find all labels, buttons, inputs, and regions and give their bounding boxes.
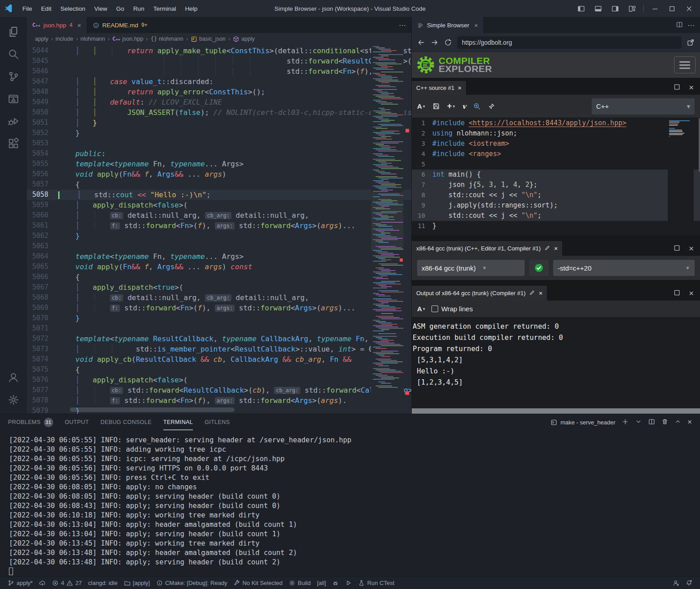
- maximize-pane-icon[interactable]: [673, 244, 681, 253]
- code-editor[interactable]: 5044 │ │ │ return apply_make_tuple<Const…: [27, 45, 411, 414]
- status-apply[interactable]: [apply]: [121, 576, 153, 589]
- reload-icon[interactable]: [444, 38, 452, 47]
- close-icon[interactable]: ×: [474, 21, 478, 29]
- status-all[interactable]: [all]: [314, 576, 329, 589]
- breadcrumb-nlohmann[interactable]: nlohmann: [81, 36, 105, 42]
- horizontal-scrollbar[interactable]: [70, 407, 235, 412]
- ce-compiler-tab[interactable]: x86-64 gcc (trunk) (C++, Editor #1, Comp…: [412, 241, 562, 256]
- breadcrumb[interactable]: apply›include›nlohmann›C++json.hpp›{}nlo…: [27, 33, 411, 45]
- status-cmake-debug-ready[interactable]: CMake: [Debug]: Ready: [153, 576, 230, 589]
- forward-icon[interactable]: [431, 38, 439, 47]
- panel-tab-gitlens[interactable]: GITLENS: [205, 414, 230, 430]
- activity-account-icon[interactable]: [3, 366, 24, 389]
- breadcrumb-apply[interactable]: apply: [35, 36, 48, 42]
- close-pane-icon[interactable]: ×: [689, 244, 694, 253]
- more-actions-icon[interactable]: ⋯: [687, 21, 695, 30]
- pin-icon[interactable]: [488, 103, 495, 110]
- tab-simple-browser[interactable]: Simple Browser ×: [412, 17, 484, 33]
- status-apply[interactable]: apply*: [4, 576, 36, 589]
- ce-logo[interactable]: COMPILER EXPLORER: [416, 55, 492, 74]
- edit-title-icon[interactable]: [529, 289, 535, 297]
- tab-json.hpp[interactable]: C++ json.hpp 4×: [27, 17, 87, 33]
- add-pane-button[interactable]: +▾: [447, 102, 455, 111]
- panel-tab-terminal[interactable]: TERMINAL: [163, 414, 193, 430]
- menu-help[interactable]: Help: [180, 4, 202, 14]
- layout-customize-icon[interactable]: [624, 2, 640, 15]
- breadcrumb-basic_json[interactable]: basic_json: [191, 36, 226, 42]
- activity-search-icon[interactable]: [3, 43, 24, 65]
- maximize-panel-icon[interactable]: [674, 418, 681, 426]
- vim-mode-icon[interactable]: v: [462, 102, 466, 110]
- maximize-pane-icon[interactable]: [673, 289, 681, 298]
- panel-tab-debug-console[interactable]: DEBUG CONSOLE: [101, 414, 152, 430]
- menu-run[interactable]: Run: [129, 4, 149, 14]
- hamburger-menu-icon[interactable]: [674, 56, 696, 73]
- breadcrumb-apply[interactable]: apply: [233, 36, 255, 42]
- maximize-icon[interactable]: [664, 2, 679, 15]
- language-select[interactable]: C++ ▾: [592, 98, 695, 114]
- activity-settings-gear-icon[interactable]: [3, 389, 24, 411]
- menu-go[interactable]: Go: [112, 4, 129, 14]
- editor-more-actions-icon[interactable]: ⋯: [399, 21, 406, 30]
- minimize-icon[interactable]: [647, 2, 662, 15]
- breadcrumb-include[interactable]: include: [55, 36, 73, 42]
- edit-title-icon[interactable]: [544, 245, 551, 252]
- split-editor-icon[interactable]: [676, 21, 683, 30]
- close-icon[interactable]: ×: [554, 245, 558, 252]
- menu-view[interactable]: View: [90, 4, 112, 14]
- open-external-icon[interactable]: [687, 38, 695, 47]
- layout-sidebar-left-icon[interactable]: [573, 2, 589, 15]
- split-terminal-icon[interactable]: [648, 418, 655, 427]
- terminal-select[interactable]: make - serve_header: [551, 419, 615, 426]
- tab-README.md[interactable]: README.md 9+: [87, 17, 154, 33]
- menu-edit[interactable]: Edit: [37, 4, 56, 14]
- layout-sidebar-right-icon[interactable]: [607, 2, 623, 15]
- status-clangd-idle[interactable]: clangd: idle: [85, 576, 121, 589]
- compiler-select[interactable]: x86-64 gcc (trunk) ▼: [417, 260, 525, 276]
- close-icon[interactable]: ×: [539, 290, 542, 297]
- close-icon[interactable]: ×: [458, 85, 461, 91]
- activity-extensions-icon[interactable]: [3, 132, 24, 155]
- layout-panel-icon[interactable]: [590, 2, 606, 15]
- close-icon[interactable]: ×: [77, 21, 81, 29]
- compiler-options-input[interactable]: -std=c++20 ▼: [553, 260, 695, 276]
- menu-file[interactable]: File: [18, 4, 37, 14]
- save-icon[interactable]: [432, 102, 440, 110]
- status-feedback[interactable]: [670, 580, 683, 586]
- menu-terminal[interactable]: Terminal: [149, 4, 180, 14]
- font-size-button[interactable]: A▾: [417, 305, 425, 313]
- status-run-ctest[interactable]: Run CTest: [355, 576, 397, 589]
- panel-tab-problems[interactable]: PROBLEMS31: [8, 414, 53, 430]
- ce-output-tab[interactable]: Output of x86-64 gcc (trunk) (Compiler #…: [412, 286, 547, 301]
- close-icon[interactable]: [681, 2, 696, 15]
- status-bug[interactable]: [329, 576, 342, 589]
- breadcrumb-json.hpp[interactable]: C++json.hpp: [112, 36, 143, 42]
- activity-run-debug-icon[interactable]: [3, 110, 24, 132]
- maximize-pane-icon[interactable]: [673, 83, 681, 92]
- activity-preview-window-icon[interactable]: [3, 88, 24, 110]
- terminal-output[interactable]: [2022-04-30 06:05:55] INFO: serve_header…: [0, 430, 700, 576]
- back-icon[interactable]: [417, 38, 425, 47]
- ce-source-tab[interactable]: C++ source #1 ×: [412, 81, 466, 95]
- activity-files-icon[interactable]: [3, 21, 24, 43]
- new-terminal-icon[interactable]: [622, 418, 629, 427]
- status-play[interactable]: [342, 576, 355, 589]
- breadcrumb-nlohmann[interactable]: {}nlohmann: [150, 36, 183, 42]
- panel-tab-output[interactable]: OUTPUT: [65, 414, 89, 430]
- ce-source-editor[interactable]: 1#include <https://localhost:8443/apply/…: [412, 118, 700, 235]
- status-no-kit-selected[interactable]: No Kit Selected: [230, 576, 286, 589]
- close-pane-icon[interactable]: ×: [689, 83, 694, 92]
- status-build[interactable]: Build: [286, 576, 314, 589]
- terminal-dropdown-icon[interactable]: [635, 418, 642, 426]
- font-size-button[interactable]: A▾: [417, 102, 425, 110]
- status-bell-dot[interactable]: [683, 580, 696, 586]
- kill-terminal-icon[interactable]: [662, 418, 668, 426]
- menu-selection[interactable]: Selection: [56, 4, 90, 14]
- minimap[interactable]: [371, 45, 403, 414]
- status-cloud-upload[interactable]: [36, 576, 49, 589]
- status-4[interactable]: 427: [49, 576, 85, 589]
- zoom-icon[interactable]: [473, 102, 481, 110]
- wrap-lines-checkbox[interactable]: Wrap lines: [431, 305, 473, 313]
- url-input[interactable]: https://godbolt.org: [457, 36, 681, 49]
- activity-source-control-icon[interactable]: [3, 65, 24, 88]
